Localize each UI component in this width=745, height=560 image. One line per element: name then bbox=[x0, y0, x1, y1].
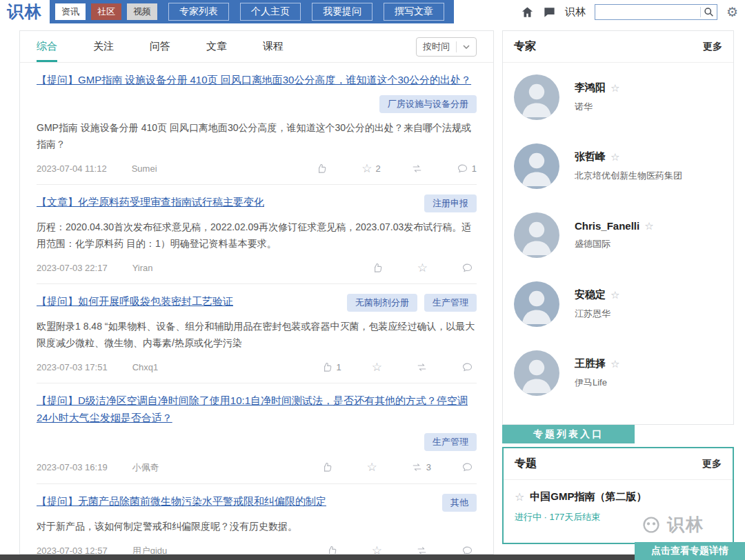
expert-item[interactable]: 李鸿阳☆ 诺华 bbox=[503, 63, 733, 132]
comment-button[interactable] bbox=[461, 361, 477, 373]
topic-title-text[interactable]: 中国GMP指南（第二版） bbox=[530, 490, 646, 503]
main-nav: 资讯 社区 视频 专家列表 个人主页 我要提问 撰写文章 bbox=[50, 0, 454, 23]
post-tag[interactable]: 注册申报 bbox=[424, 194, 477, 212]
post-author[interactable]: 用户gjdu bbox=[132, 545, 168, 554]
expert-org: 诺华 bbox=[575, 101, 619, 113]
post-tag[interactable]: 其他 bbox=[442, 494, 477, 512]
share-icon bbox=[416, 545, 428, 554]
topic-star-icon[interactable]: ☆ bbox=[515, 492, 524, 503]
expert-org: 北京培优创新生物医药集团 bbox=[575, 170, 682, 182]
search-input[interactable] bbox=[598, 7, 697, 17]
comment-count: 1 bbox=[472, 163, 477, 174]
favorite-button[interactable]: ☆ bbox=[372, 361, 386, 373]
topics-more-link[interactable]: 更多 bbox=[702, 458, 722, 470]
site-logo[interactable]: 识林 bbox=[7, 1, 43, 23]
feed-tab-following[interactable]: 关注 bbox=[93, 31, 114, 62]
post-title-link[interactable]: 【提问】GMP指南 设施设备分册 410页 回风口离地面30公分高度，谁知道这个… bbox=[37, 72, 477, 89]
share-button[interactable] bbox=[411, 163, 426, 174]
experts-more-link[interactable]: 更多 bbox=[703, 41, 722, 53]
avatar bbox=[514, 281, 559, 327]
favorite-button[interactable]: ☆ bbox=[367, 461, 381, 473]
post-author[interactable]: Chxq1 bbox=[132, 362, 159, 372]
like-button[interactable] bbox=[321, 461, 337, 473]
post-author[interactable]: Sumei bbox=[132, 163, 157, 174]
topics-panel: 专题 更多 ☆ 中国GMP指南（第二版） 进行中 · 177天后结束 bbox=[502, 447, 734, 544]
like-button[interactable] bbox=[372, 262, 387, 274]
thumbs-up-icon bbox=[321, 361, 333, 373]
expert-item[interactable]: Chris_Fanelli☆ 盛德国际 bbox=[503, 201, 733, 270]
tab-video[interactable]: 视频 bbox=[127, 3, 157, 20]
follow-star-icon[interactable]: ☆ bbox=[644, 221, 653, 231]
settings-gear-icon[interactable]: ⚙ bbox=[726, 6, 738, 19]
favorite-button[interactable]: ☆ bbox=[417, 262, 431, 274]
annotation-topic-list-entry: 专题列表入口 bbox=[502, 425, 635, 443]
feed-tab-articles[interactable]: 文章 bbox=[206, 31, 227, 62]
feed-tab-courses[interactable]: 课程 bbox=[263, 31, 284, 62]
expert-name[interactable]: 王胜择 bbox=[575, 357, 606, 370]
post-title-link[interactable]: 【提问】无菌产品除菌前微生物污染水平警戒限和纠偏限的制定 bbox=[37, 493, 433, 510]
post-tag[interactable]: 无菌制剂分册 bbox=[347, 294, 417, 312]
avatar bbox=[514, 143, 559, 189]
follow-star-icon[interactable]: ☆ bbox=[610, 152, 619, 162]
post-item: 【文章】化学原料药受理审查指南试行稿主要变化 注册申报 历程：2020.04.3… bbox=[37, 185, 477, 284]
chat-icon[interactable] bbox=[543, 6, 556, 19]
expert-name[interactable]: Chris_Fanelli bbox=[575, 220, 639, 232]
post-date: 2023-07-03 22:17 bbox=[37, 263, 108, 273]
post-title-link[interactable]: 【提问】D级洁净区空调自净时间除了使用10:1自净时间测试法，是否还有其他的方式… bbox=[37, 392, 477, 427]
share-icon bbox=[411, 163, 423, 174]
share-icon bbox=[411, 461, 423, 473]
share-count: 3 bbox=[426, 462, 431, 472]
post-author[interactable]: Yiran bbox=[132, 263, 153, 273]
post-title-link[interactable]: 【提问】如何开展呼吸袋包装密封工艺验证 bbox=[37, 293, 337, 310]
home-icon[interactable] bbox=[521, 6, 534, 19]
post-title-link[interactable]: 【文章】化学原料药受理审查指南试行稿主要变化 bbox=[37, 194, 415, 211]
sort-dropdown[interactable]: 按时间 bbox=[416, 37, 477, 57]
feed-tab-qa[interactable]: 问答 bbox=[150, 31, 170, 62]
comment-button[interactable] bbox=[461, 262, 477, 274]
nav-write-article[interactable]: 撰写文章 bbox=[384, 3, 444, 21]
post-tag[interactable]: 厂房设施与设备分册 bbox=[379, 95, 477, 113]
search-divider bbox=[700, 7, 701, 17]
follow-star-icon[interactable]: ☆ bbox=[610, 359, 619, 369]
favorite-button[interactable]: ☆ bbox=[372, 545, 386, 554]
nav-expert-list[interactable]: 专家列表 bbox=[168, 3, 229, 21]
post-tag[interactable]: 生产管理 bbox=[424, 433, 477, 451]
post-date: 2023-07-03 16:19 bbox=[37, 462, 108, 472]
star-icon: ☆ bbox=[417, 262, 428, 274]
search-icon[interactable] bbox=[704, 7, 714, 17]
nav-ask-question[interactable]: 我要提问 bbox=[312, 3, 372, 21]
comment-button[interactable]: 1 bbox=[457, 163, 477, 174]
feed-tab-all[interactable]: 综合 bbox=[37, 31, 57, 62]
annotation-topic-detail: 点击查看专题详情 bbox=[635, 542, 745, 560]
expert-item[interactable]: 王胜择☆ 伊马Life bbox=[503, 339, 733, 408]
follow-star-icon[interactable]: ☆ bbox=[610, 83, 619, 93]
tab-news[interactable]: 资讯 bbox=[55, 3, 86, 20]
expert-name[interactable]: 安稳定 bbox=[575, 288, 606, 301]
star-icon: ☆ bbox=[372, 361, 382, 373]
comment-button[interactable] bbox=[461, 545, 477, 554]
post-actions: ☆ bbox=[372, 262, 477, 274]
topic-item[interactable]: ☆ 中国GMP指南（第二版） 进行中 · 177天后结束 bbox=[504, 480, 733, 534]
like-button[interactable]: 1 bbox=[321, 361, 341, 373]
comment-button[interactable] bbox=[461, 461, 477, 473]
share-button[interactable] bbox=[416, 361, 431, 373]
tab-community[interactable]: 社区 bbox=[91, 3, 121, 20]
share-icon bbox=[416, 361, 428, 373]
follow-star-icon[interactable]: ☆ bbox=[610, 290, 619, 300]
favorite-button[interactable]: ☆ 2 bbox=[361, 163, 380, 174]
post-date: 2023-07-03 17:51 bbox=[37, 362, 108, 372]
post-body: GMP指南 设施设备分册 410页 回风口离地面30公分高度，谁知道这个30公分… bbox=[37, 119, 477, 152]
like-button[interactable] bbox=[316, 163, 331, 174]
expert-name[interactable]: 李鸿阳 bbox=[575, 81, 606, 94]
share-button[interactable]: 3 bbox=[411, 461, 431, 473]
expert-item[interactable]: 张哲峰☆ 北京培优创新生物医药集团 bbox=[503, 132, 733, 201]
expert-name[interactable]: 张哲峰 bbox=[575, 150, 606, 163]
post-item: 【提问】GMP指南 设施设备分册 410页 回风口离地面30公分高度，谁知道这个… bbox=[37, 63, 477, 185]
post-tag[interactable]: 生产管理 bbox=[424, 294, 477, 312]
avatar bbox=[514, 350, 559, 396]
nav-profile[interactable]: 个人主页 bbox=[240, 3, 301, 21]
expert-item[interactable]: 安稳定☆ 江苏恩华 bbox=[503, 270, 733, 339]
share-button[interactable] bbox=[416, 545, 431, 554]
post-author[interactable]: 小佩奇 bbox=[132, 461, 159, 474]
like-button[interactable] bbox=[326, 545, 341, 554]
